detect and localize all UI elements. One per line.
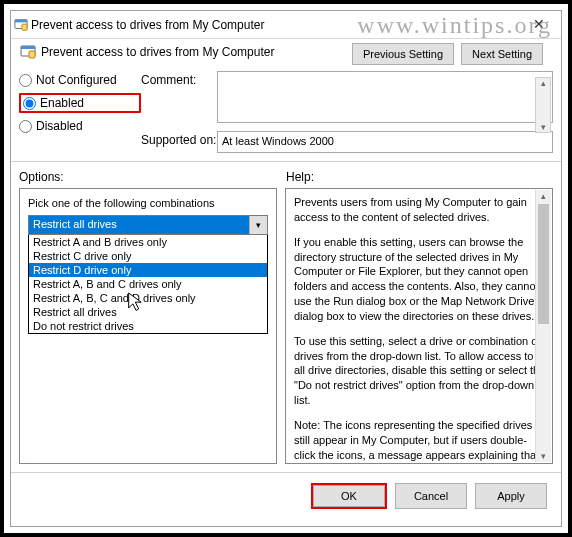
combo-selected-value: Restrict all drives: [29, 216, 249, 234]
help-paragraph-1: Prevents users from using My Computer to…: [294, 195, 546, 225]
dropdown-item-d[interactable]: Restrict D drive only: [29, 263, 267, 277]
options-caption: Pick one of the following combinations: [20, 189, 276, 215]
dropdown-item-a-b[interactable]: Restrict A and B drives only: [29, 235, 267, 249]
svg-rect-2: [22, 24, 27, 30]
policy-icon: [19, 43, 37, 61]
chevron-down-icon[interactable]: ▾: [249, 216, 267, 234]
svg-rect-4: [21, 46, 35, 49]
options-header: Options:: [19, 170, 286, 184]
combination-dropdown[interactable]: Restrict A and B drives only Restrict C …: [28, 235, 268, 334]
radio-not-configured[interactable]: Not Configured: [19, 73, 141, 87]
comment-textarea[interactable]: [217, 71, 553, 123]
cancel-button[interactable]: Cancel: [395, 483, 467, 509]
radio-disabled[interactable]: Disabled: [19, 119, 141, 133]
policy-icon: [11, 18, 31, 32]
previous-setting-button[interactable]: Previous Setting: [352, 43, 454, 65]
help-paragraph-4: Note: The icons representing the specifi…: [294, 418, 546, 464]
highlight-enabled: Enabled: [19, 93, 141, 113]
radio-not-configured-label: Not Configured: [36, 73, 117, 87]
options-pane: Pick one of the following combinations R…: [19, 188, 277, 464]
dropdown-item-abcd[interactable]: Restrict A, B, C and D drives only: [29, 291, 267, 305]
dialog-button-bar: OK Cancel Apply: [11, 472, 561, 519]
radio-enabled-input[interactable]: [23, 97, 36, 110]
close-button[interactable]: ✕: [519, 11, 559, 37]
dropdown-item-none[interactable]: Do not restrict drives: [29, 319, 267, 333]
comment-scrollbar[interactable]: ▴▾: [535, 77, 551, 133]
policy-subtitle: Prevent access to drives from My Compute…: [41, 45, 274, 59]
dropdown-item-abc[interactable]: Restrict A, B and C drives only: [29, 277, 267, 291]
window-title: Prevent access to drives from My Compute…: [31, 18, 264, 32]
help-paragraph-2: If you enable this setting, users can br…: [294, 235, 546, 324]
highlight-ok: OK: [311, 483, 387, 509]
combination-combo[interactable]: Restrict all drives ▾: [28, 215, 268, 235]
help-pane: Prevents users from using My Computer to…: [285, 188, 553, 464]
comment-label: Comment:: [141, 71, 217, 125]
help-header: Help:: [286, 170, 553, 184]
help-paragraph-3: To use this setting, select a drive or c…: [294, 334, 546, 408]
radio-disabled-label: Disabled: [36, 119, 83, 133]
radio-not-configured-input[interactable]: [19, 74, 32, 87]
supported-label: Supported on:: [141, 131, 217, 153]
dropdown-item-all[interactable]: Restrict all drives: [29, 305, 267, 319]
dropdown-item-c[interactable]: Restrict C drive only: [29, 249, 267, 263]
svg-rect-5: [29, 51, 35, 58]
dialog-window: Prevent access to drives from My Compute…: [10, 10, 562, 527]
supported-value: At least Windows 2000: [217, 131, 553, 153]
ok-button[interactable]: OK: [313, 485, 385, 507]
radio-enabled-label: Enabled: [40, 96, 84, 110]
titlebar: Prevent access to drives from My Compute…: [11, 11, 561, 39]
svg-rect-1: [15, 19, 27, 22]
radio-disabled-input[interactable]: [19, 120, 32, 133]
scrollbar-thumb[interactable]: [538, 204, 549, 324]
next-setting-button[interactable]: Next Setting: [461, 43, 543, 65]
help-scrollbar[interactable]: ▴▾: [535, 190, 551, 462]
apply-button[interactable]: Apply: [475, 483, 547, 509]
radio-enabled[interactable]: Enabled: [23, 96, 84, 110]
